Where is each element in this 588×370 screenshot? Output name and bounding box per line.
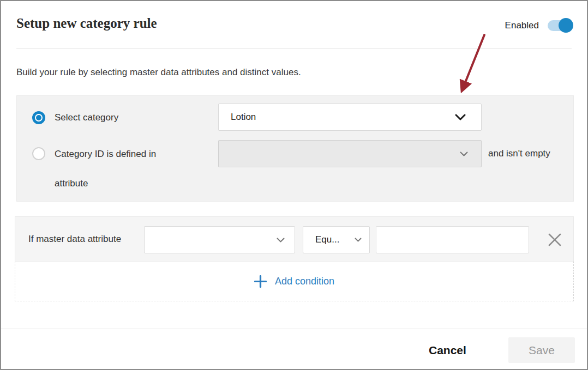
operator-dropdown-value: Equ... [315,234,339,245]
enabled-toggle-group: Enabled [505,20,572,31]
chevron-down-icon [455,114,466,120]
category-id-attribute-dropdown[interactable] [218,140,482,167]
add-condition-button[interactable]: Add condition [15,262,574,301]
chevron-down-icon [460,151,468,156]
condition-value-input[interactable] [376,226,529,253]
rule-description: Build your rule by selecting master data… [16,67,301,78]
chevron-down-icon [277,238,285,242]
cancel-button[interactable]: Cancel [425,338,470,363]
save-button[interactable]: Save [508,337,575,363]
remove-condition-button[interactable] [547,232,562,247]
close-icon [548,233,562,247]
annotation-arrow-icon [451,28,495,100]
page-title: Setup new category rule [16,16,157,31]
operator-dropdown[interactable]: Equ... [303,226,370,253]
radio-select-category[interactable] [32,111,45,124]
radio-select-category-label: Select category [55,112,118,123]
footer-divider [1,329,587,329]
condition-row: If master data attribute Equ... [15,216,574,262]
toggle-knob-icon [559,18,573,33]
isnt-empty-label: and isn't empty [488,140,550,167]
chevron-down-icon [355,238,362,242]
condition-row-label: If master data attribute [28,217,121,261]
category-options-panel: Select category Lotion Category ID is de… [16,95,574,202]
setup-category-rule-dialog: Setup new category rule Enabled Build yo… [0,0,588,370]
radio-category-id[interactable] [32,147,45,160]
category-dropdown[interactable]: Lotion [218,104,482,131]
header-divider [16,48,572,49]
radio-category-id-label: Category ID is defined in attribute [55,139,191,198]
enabled-toggle[interactable] [548,20,572,31]
plus-icon [254,275,267,288]
add-condition-label: Add condition [275,276,334,287]
enabled-label: Enabled [505,20,539,31]
condition-builder: If master data attribute Equ... [15,216,574,301]
category-dropdown-value: Lotion [231,112,256,123]
attribute-dropdown[interactable] [144,226,295,253]
